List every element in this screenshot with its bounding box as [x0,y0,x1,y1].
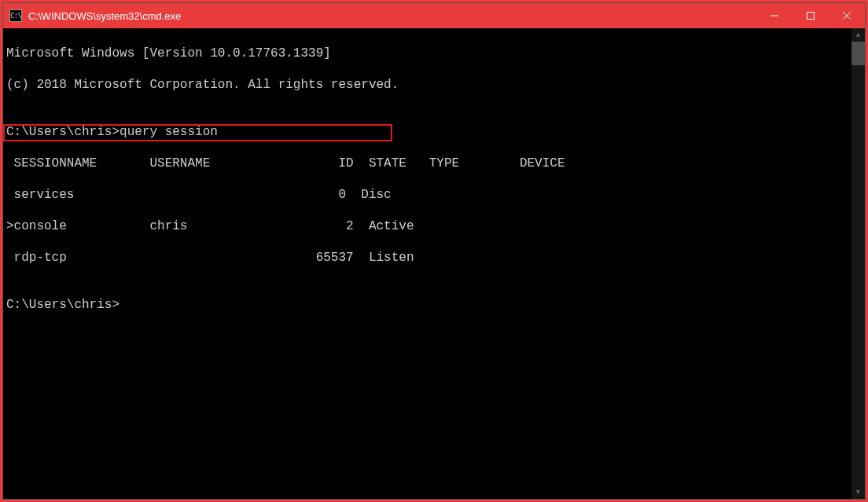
prompt-line-2: C:\Users\chris> [6,297,851,313]
minimize-icon [771,12,778,20]
close-button[interactable] [829,3,865,28]
maximize-icon [807,12,815,20]
maximize-button[interactable] [793,3,829,28]
client-area: Microsoft Windows [Version 10.0.17763.13… [3,28,865,499]
cmd-window: C:\ C:\WINDOWS\system32\cmd.exe Microsof… [2,2,866,500]
cmd-icon: C:\ [9,9,22,22]
vertical-scrollbar[interactable]: ▲ ▼ [851,28,865,499]
minimize-button[interactable] [756,3,793,28]
scroll-down-button[interactable]: ▼ [851,486,865,499]
prompt-line-1: C:\Users\chris>query session [6,124,851,140]
close-icon [843,12,851,20]
session-header: SESSIONNAME USERNAME ID STATE TYPE DEVIC… [6,156,851,171]
banner-line1: Microsoft Windows [Version 10.0.17763.13… [6,46,851,61]
banner-line2: (c) 2018 Microsoft Corporation. All righ… [6,77,851,93]
terminal[interactable]: Microsoft Windows [Version 10.0.17763.13… [3,28,851,499]
titlebar[interactable]: C:\ C:\WINDOWS\system32\cmd.exe [3,3,865,28]
scroll-track[interactable] [851,42,865,486]
svg-rect-0 [807,13,815,20]
window-title: C:\WINDOWS\system32\cmd.exe [28,10,181,22]
scroll-thumb[interactable] [851,42,865,65]
scroll-up-button[interactable]: ▲ [851,28,865,42]
session-row-console: >console chris 2 Active [6,218,851,234]
session-row-services: services 0 Disc [6,187,851,203]
session-row-rdp: rdp-tcp 65537 Listen [6,250,851,266]
